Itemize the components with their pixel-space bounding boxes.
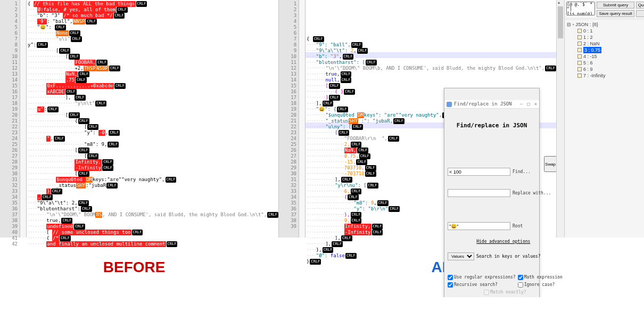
code-line[interactable]: ····················FOOBAR,: [28, 60, 278, 66]
crlf-icon: [78, 171, 89, 177]
code-line[interactable]: ········[ // some unclosed things too: [28, 230, 278, 235]
code-line[interactable]: ················NaN,: [28, 71, 278, 77]
code-line[interactable]: ························"y": -0,: [28, 130, 278, 136]
code-line[interactable]: ····"9\"a\"\t": 2,: [28, 200, 278, 206]
toggle-advanced-link[interactable]: Hide advanced options: [476, 239, 530, 244]
code-line[interactable]: ····"9": "ball",: [307, 42, 556, 48]
tree-type-icon: [577, 48, 582, 52]
code-line[interactable]: ········null,: [307, 77, 556, 83]
tree-item[interactable]: 3 : 0.75: [567, 47, 644, 53]
fold-margin[interactable]: [20, 0, 27, 238]
code-line[interactable]: ················[: [28, 112, 278, 118]
dialog-titlebar[interactable]: Find/replace in JSON — □ ✕: [444, 100, 539, 109]
code-line[interactable]: ················[: [28, 54, 278, 60]
code-after[interactable]: Find/replace in JSON — □ ✕ Find/replace …: [306, 0, 556, 238]
code-line[interactable]: ····················-Infinity: [28, 165, 278, 171]
dialog-wintitle: Find/replace in JSON: [454, 101, 511, 107]
maximize-icon[interactable]: □: [527, 101, 530, 107]
code-line[interactable]: ····················[: [28, 171, 278, 177]
query-input[interactable]: (@ @.`$` * ")[is_num(@)][@ < 100]: [566, 2, 595, 15]
code-line[interactable]: ····················Infinity,: [28, 159, 278, 165]
root-input[interactable]: [448, 222, 510, 230]
code-line[interactable]: y":: [28, 42, 278, 48]
code-line[interactable]: ········undefined: [28, 224, 278, 230]
code-line[interactable]: ····················[: [28, 148, 278, 153]
dialog-heading: Find/replace in JSON: [444, 120, 539, 130]
code-line[interactable]: ············"u\i": [28, 36, 278, 42]
code-line[interactable]: ····················+2,THSPNSBP: [28, 66, 278, 71]
code-line[interactable]: ····'9': "ball",NNSP: [28, 19, 278, 24]
search-scope-label: Search in keys or values?: [476, 253, 540, 259]
before-panel: 1234567891011121314151617181920212223242…: [0, 0, 279, 238]
result-tree[interactable]: ⊟ ▫ JSON : {8} 0 : 11 : 22 : NaN3 : 0.75…: [565, 19, 644, 81]
tree-item[interactable]: 6 : 9: [567, 66, 644, 72]
code-line[interactable]: ········"\n'\"DOOM\" BOOM\b, AND I CONSU…: [307, 66, 556, 71]
submit-query-button[interactable]: Submit query: [597, 2, 634, 9]
code-line[interactable]: ····u":: [28, 107, 278, 112]
code-line[interactable]: ············[: [28, 48, 278, 54]
math-checkbox[interactable]: [518, 275, 523, 280]
crlf-icon: [267, 212, 278, 218]
regex-checkbox[interactable]: [448, 275, 453, 280]
code-line[interactable]: ························[: [28, 124, 278, 130]
ignorecase-checkbox[interactable]: [518, 282, 523, 288]
code-line[interactable]: ········"\n'\"DOOM\" BOOMBS, AND I CONSU…: [28, 212, 278, 218]
code-line[interactable]: ····"😀":: [28, 24, 278, 30]
tree-item[interactable]: 0 : 1: [567, 28, 644, 34]
code-line[interactable]: ····················"y\n\t": [28, 101, 278, 107]
code-line[interactable]: ····"b": "3" /* so much bad */: [28, 13, 278, 19]
minimize-icon[interactable]: —: [520, 101, 523, 107]
code-line[interactable]: ········",: [28, 136, 278, 142]
replace-input[interactable]: [448, 189, 510, 197]
code-line[interactable]: ············None: [28, 30, 278, 36]
search-scope-select[interactable]: Values: [448, 252, 474, 260]
crlf-icon: [78, 71, 89, 77]
code-before[interactable]: { // this file has ALL the bad things···…: [27, 0, 278, 238]
code-line[interactable]: ····················{: [28, 118, 278, 124]
code-line[interactable]: ····Ø:false, # yes, all of them: [28, 7, 278, 13]
crlf-icon: [344, 89, 355, 95]
swap-button[interactable]: Swap: [544, 156, 557, 172]
tree-item[interactable]: 2 : NaN: [567, 40, 644, 47]
recursive-checkbox[interactable]: [448, 282, 453, 288]
code-line[interactable]: ················],: [28, 95, 278, 101]
code-line[interactable]: {: [307, 36, 556, 42]
code-line[interactable]: ························[: [28, 153, 278, 159]
code-line[interactable]: ········and finally an unclosed multilin…: [28, 241, 278, 247]
crlf-icon: [61, 218, 72, 224]
code-line[interactable]: ················.75: [28, 77, 278, 83]
code-line[interactable]: { // this file has ALL the bad things: [28, 1, 278, 7]
crlf-icon: [95, 101, 106, 107]
tree-item[interactable]: 4 : -15: [567, 53, 644, 60]
before-caption: BEFORE: [0, 259, 268, 276]
code-line[interactable]: ········}: [28, 189, 278, 194]
code-line[interactable]: ························"m8": 9,: [28, 142, 278, 148]
close-icon[interactable]: ✕: [534, 101, 537, 107]
code-line[interactable]: ············_statusSHY:"jubaR: [28, 183, 278, 189]
code-line[interactable]: ····"blutentharst": [: [307, 60, 556, 66]
tree-item[interactable]: 7 : -Infinity: [567, 72, 644, 79]
code-line[interactable]: ········{ /*: [28, 235, 278, 241]
save-query-button[interactable]: Save query result: [597, 10, 634, 17]
crlf-icon: [109, 130, 120, 136]
code-line[interactable]: ········true,: [307, 71, 556, 77]
code-line[interactable]: ········0xF............+0xabcde: [28, 83, 278, 89]
replace-label: Replace with...: [513, 190, 542, 196]
code-line[interactable]: ····"b": "3",: [307, 54, 556, 60]
code-line[interactable]: ········xABCDE: [28, 89, 278, 95]
code-line[interactable]: ········true,: [28, 218, 278, 224]
code-line[interactable]: ····"blutentharst":: [28, 206, 278, 212]
crlf-icon: [545, 66, 556, 71]
code-line[interactable]: ····,: [28, 194, 278, 200]
tree-item[interactable]: 1 : 2: [567, 34, 644, 40]
query-to-csv-button[interactable]: Query to CSV: [636, 2, 644, 9]
find-input[interactable]: [448, 168, 510, 176]
refresh-button[interactable]: Refresh: [636, 10, 644, 17]
crlf-icon: [313, 36, 324, 42]
vertical-scrollbar[interactable]: [556, 0, 564, 238]
code-line[interactable]: ············$unqu0ted DMkeys:"are""very …: [28, 177, 278, 183]
fold-margin[interactable]: [299, 0, 306, 238]
code-line[interactable]: ····"9\"a\"\t": 2,: [307, 48, 556, 54]
crlf-icon: [356, 159, 367, 165]
tree-item[interactable]: 5 : 6: [567, 60, 644, 66]
